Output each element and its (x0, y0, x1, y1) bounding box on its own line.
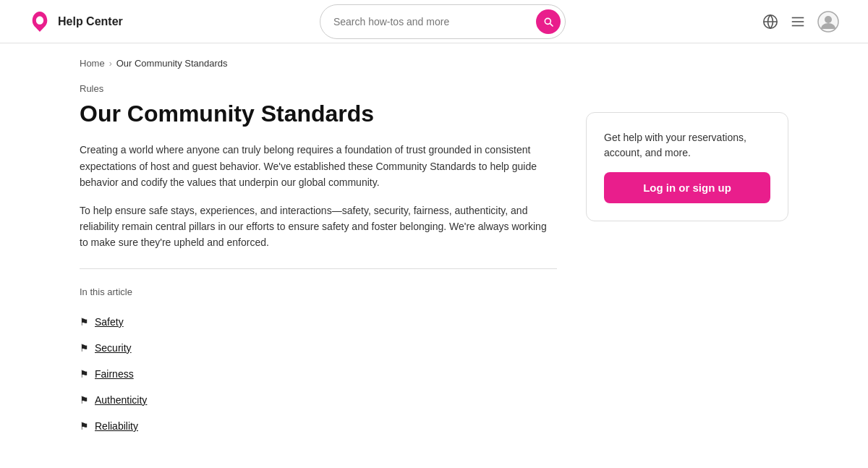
globe-icon[interactable] (762, 14, 778, 30)
bookmark-icon-4: ⚑ (80, 394, 89, 406)
link-security[interactable]: Security (95, 342, 132, 354)
avatar-icon[interactable] (817, 11, 839, 33)
login-button[interactable]: Log in or sign up (604, 172, 770, 203)
content-area: Rules Our Community Standards Creating a… (80, 83, 557, 439)
header-right (762, 11, 839, 33)
search-input[interactable] (333, 16, 536, 27)
sidebar-card: Get help with your reservations, account… (586, 112, 788, 221)
content-para-1: Creating a world where anyone can truly … (80, 142, 557, 190)
content-divider (80, 268, 557, 269)
bookmark-icon-3: ⚑ (80, 368, 89, 380)
link-fairness[interactable]: Fairness (95, 368, 134, 380)
breadcrumb: Home › Our Community Standards (0, 43, 868, 69)
rules-label: Rules (80, 83, 557, 94)
breadcrumb-home[interactable]: Home (80, 58, 105, 69)
list-item: ⚑ Reliability (80, 413, 557, 439)
airbnb-logo[interactable] (29, 11, 51, 33)
svg-point-5 (825, 16, 832, 23)
search-button[interactable] (536, 9, 561, 34)
header-left: Help Center (29, 11, 123, 33)
bookmark-icon-5: ⚑ (80, 420, 89, 432)
link-safety[interactable]: Safety (95, 316, 124, 328)
page-title: Our Community Standards (80, 100, 557, 127)
breadcrumb-current: Our Community Standards (116, 58, 228, 69)
sidebar-card-text: Get help with your reservations, account… (604, 130, 770, 161)
list-item: ⚑ Safety (80, 309, 557, 335)
help-center-title: Help Center (58, 15, 123, 28)
article-links: ⚑ Safety ⚑ Security ⚑ Fairness ⚑ Authent… (80, 309, 557, 439)
link-reliability[interactable]: Reliability (95, 420, 138, 432)
main-layout: Rules Our Community Standards Creating a… (0, 69, 868, 468)
menu-icon[interactable] (790, 14, 806, 30)
in-article-label: In this article (80, 286, 557, 297)
bookmark-icon-2: ⚑ (80, 342, 89, 354)
header: Help Center (0, 0, 868, 43)
search-bar (320, 4, 566, 39)
bookmark-icon-1: ⚑ (80, 316, 89, 328)
sidebar-area: Get help with your reservations, account… (586, 83, 788, 439)
list-item: ⚑ Security (80, 335, 557, 361)
list-item: ⚑ Authenticity (80, 387, 557, 413)
link-authenticity[interactable]: Authenticity (95, 394, 147, 406)
content-para-2: To help ensure safe stays, experiences, … (80, 203, 557, 251)
list-item: ⚑ Fairness (80, 361, 557, 387)
breadcrumb-separator: › (109, 59, 112, 69)
